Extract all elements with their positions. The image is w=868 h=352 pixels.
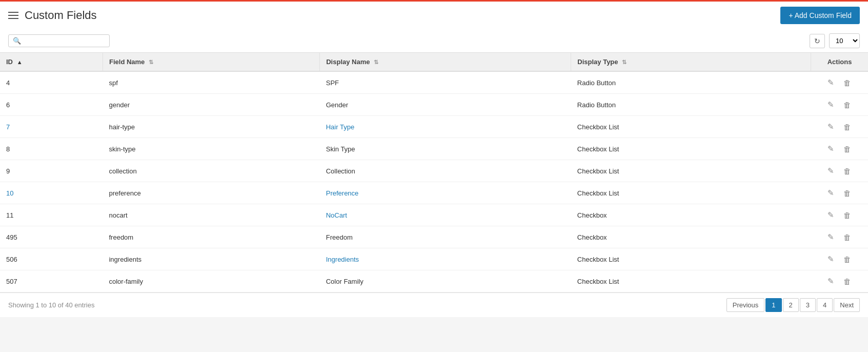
delete-button[interactable]: 🗑 bbox=[841, 77, 853, 88]
page-footer: Showing 1 to 10 of 40 entries Previous 1… bbox=[0, 292, 868, 317]
page-3-button[interactable]: 3 bbox=[800, 298, 816, 312]
cell-display-type: Radio Button bbox=[571, 94, 811, 116]
hamburger-icon[interactable] bbox=[8, 12, 18, 19]
display-name-link[interactable]: Preference bbox=[326, 189, 359, 197]
action-icons: ✎🗑 bbox=[817, 209, 862, 221]
id-link[interactable]: 10 bbox=[6, 189, 13, 197]
col-header-displayname[interactable]: Display Name ⇅ bbox=[320, 53, 571, 71]
cell-id: 9 bbox=[0, 160, 103, 182]
cell-display-name: Freedom bbox=[320, 226, 571, 248]
cell-actions: ✎🗑 bbox=[811, 270, 868, 292]
cell-actions: ✎🗑 bbox=[811, 138, 868, 160]
delete-button[interactable]: 🗑 bbox=[841, 122, 853, 132]
cell-display-name: Hair Type bbox=[320, 116, 571, 138]
cell-id: 4 bbox=[0, 71, 103, 94]
add-custom-field-button[interactable]: + Add Custom Field bbox=[780, 7, 860, 24]
sort-icon-displaytype: ⇅ bbox=[622, 59, 627, 65]
action-icons: ✎🗑 bbox=[817, 121, 862, 132]
id-link[interactable]: 7 bbox=[6, 123, 10, 131]
edit-button[interactable]: ✎ bbox=[825, 253, 836, 265]
table-row: 507color-familyColor FamilyCheckbox List… bbox=[0, 270, 868, 292]
cell-actions: ✎🗑 bbox=[811, 204, 868, 226]
col-header-id[interactable]: ID ▲ bbox=[0, 53, 103, 71]
search-container: 🔍 bbox=[8, 34, 110, 47]
cell-id: 506 bbox=[0, 248, 103, 270]
table-row: 7hair-typeHair TypeCheckbox List✎🗑 bbox=[0, 116, 868, 138]
table-row: 495freedomFreedomCheckbox✎🗑 bbox=[0, 226, 868, 248]
table-body: 4spfSPFRadio Button✎🗑6genderGenderRadio … bbox=[0, 71, 868, 292]
delete-button[interactable]: 🗑 bbox=[841, 276, 853, 287]
search-input[interactable] bbox=[23, 37, 105, 45]
page-2-button[interactable]: 2 bbox=[783, 298, 799, 312]
display-name-link[interactable]: Ingredients bbox=[326, 256, 359, 263]
edit-button[interactable]: ✎ bbox=[825, 187, 836, 199]
edit-button[interactable]: ✎ bbox=[825, 276, 836, 287]
cell-display-type: Checkbox List bbox=[571, 270, 811, 292]
cell-actions: ✎🗑 bbox=[811, 116, 868, 138]
page-1-button[interactable]: 1 bbox=[765, 298, 781, 312]
next-button[interactable]: Next bbox=[834, 298, 860, 312]
edit-button[interactable]: ✎ bbox=[825, 99, 836, 110]
table-row: 10preferencePreferenceCheckbox List✎🗑 bbox=[0, 182, 868, 204]
cell-field-name: nocart bbox=[103, 204, 319, 226]
edit-button[interactable]: ✎ bbox=[825, 77, 836, 88]
cell-display-name: Skin Type bbox=[320, 138, 571, 160]
sort-icon-displayname: ⇅ bbox=[374, 59, 378, 65]
cell-display-name: Preference bbox=[320, 182, 571, 204]
previous-button[interactable]: Previous bbox=[726, 298, 765, 312]
page-4-button[interactable]: 4 bbox=[817, 298, 833, 312]
display-name-link[interactable]: NoCart bbox=[326, 211, 347, 219]
cell-id: 495 bbox=[0, 226, 103, 248]
per-page-dropdown[interactable]: 10 25 50 100 bbox=[830, 34, 859, 48]
action-icons: ✎🗑 bbox=[817, 77, 862, 88]
edit-button[interactable]: ✎ bbox=[825, 143, 836, 154]
edit-button[interactable]: ✎ bbox=[825, 209, 836, 221]
action-icons: ✎🗑 bbox=[817, 276, 862, 287]
cell-field-name: spf bbox=[103, 71, 319, 94]
page-title: Custom Fields bbox=[25, 9, 97, 22]
cell-display-type: Checkbox List bbox=[571, 182, 811, 204]
edit-button[interactable]: ✎ bbox=[825, 121, 836, 132]
delete-button[interactable]: 🗑 bbox=[841, 166, 853, 177]
edit-button[interactable]: ✎ bbox=[825, 231, 836, 243]
cell-id: 6 bbox=[0, 94, 103, 116]
delete-button[interactable]: 🗑 bbox=[841, 144, 853, 154]
pagination: Previous 1 2 3 4 Next bbox=[726, 298, 860, 312]
cell-display-type: Checkbox List bbox=[571, 248, 811, 270]
cell-id: 11 bbox=[0, 204, 103, 226]
cell-field-name: skin-type bbox=[103, 138, 319, 160]
table-header-row: ID ▲ Field Name ⇅ Display Name ⇅ Display… bbox=[0, 53, 868, 71]
search-icon: 🔍 bbox=[13, 37, 21, 45]
delete-button[interactable]: 🗑 bbox=[841, 210, 853, 221]
cell-field-name: freedom bbox=[103, 226, 319, 248]
delete-button[interactable]: 🗑 bbox=[841, 188, 853, 199]
display-name-link[interactable]: Hair Type bbox=[326, 123, 354, 131]
table-row: 506ingredientsIngredientsCheckbox List✎🗑 bbox=[0, 248, 868, 270]
action-icons: ✎🗑 bbox=[817, 253, 862, 265]
cell-field-name: hair-type bbox=[103, 116, 319, 138]
cell-id: 10 bbox=[0, 182, 103, 204]
sort-asc-icon: ▲ bbox=[17, 59, 23, 65]
table-row: 9collectionCollectionCheckbox List✎🗑 bbox=[0, 160, 868, 182]
cell-display-name: Collection bbox=[320, 160, 571, 182]
col-header-displaytype[interactable]: Display Type ⇅ bbox=[571, 53, 811, 71]
col-header-fieldname[interactable]: Field Name ⇅ bbox=[103, 53, 319, 71]
cell-field-name: collection bbox=[103, 160, 319, 182]
delete-button[interactable]: 🗑 bbox=[841, 232, 853, 243]
cell-field-name: gender bbox=[103, 94, 319, 116]
cell-field-name: ingredients bbox=[103, 248, 319, 270]
table-row: 8skin-typeSkin TypeCheckbox List✎🗑 bbox=[0, 138, 868, 160]
header-left: Custom Fields bbox=[8, 9, 97, 22]
refresh-button[interactable]: ↻ bbox=[810, 34, 825, 48]
edit-button[interactable]: ✎ bbox=[825, 165, 836, 177]
cell-display-type: Checkbox List bbox=[571, 116, 811, 138]
delete-button[interactable]: 🗑 bbox=[841, 100, 853, 110]
cell-actions: ✎🗑 bbox=[811, 160, 868, 182]
cell-id: 8 bbox=[0, 138, 103, 160]
cell-field-name: color-family bbox=[103, 270, 319, 292]
delete-button[interactable]: 🗑 bbox=[841, 254, 853, 265]
cell-display-name: NoCart bbox=[320, 204, 571, 226]
page-header: Custom Fields + Add Custom Field bbox=[0, 0, 868, 29]
cell-display-type: Checkbox bbox=[571, 226, 811, 248]
cell-field-name: preference bbox=[103, 182, 319, 204]
